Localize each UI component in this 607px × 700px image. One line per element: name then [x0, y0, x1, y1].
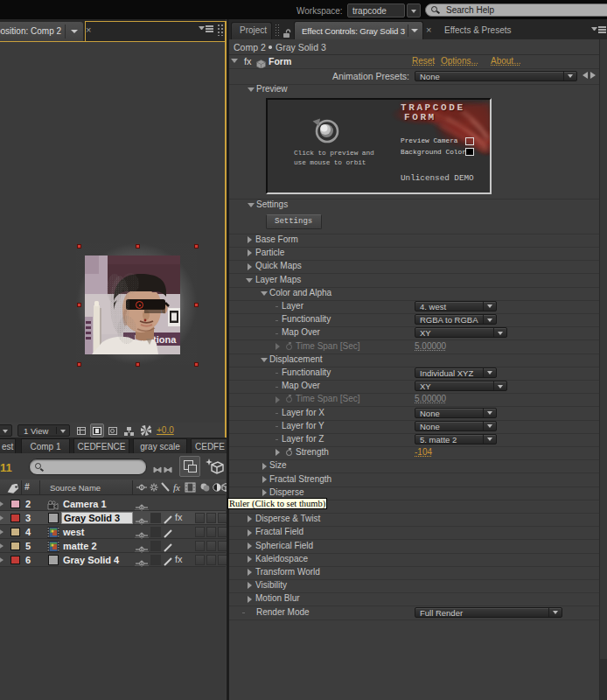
svg-text:fx: fx [173, 482, 180, 493]
